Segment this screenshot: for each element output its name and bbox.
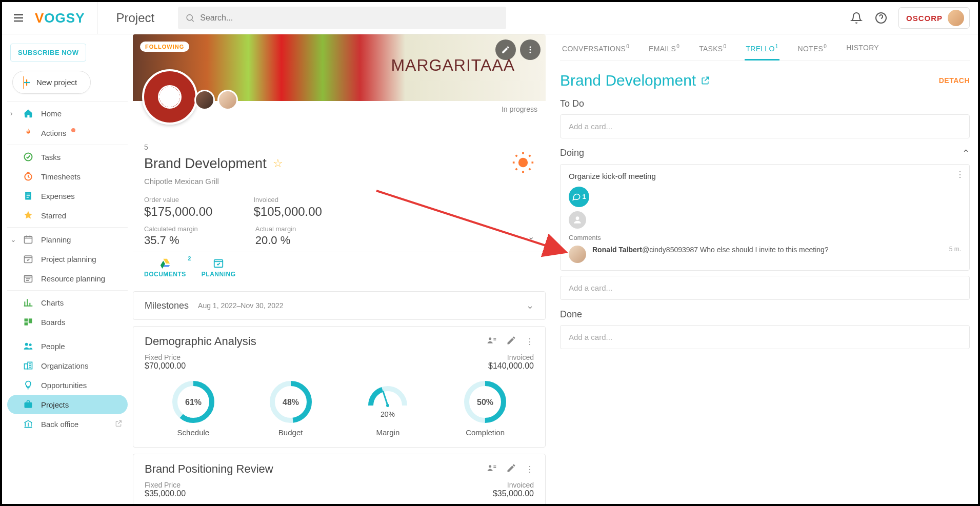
svg-point-37: [530, 49, 531, 51]
assign-icon[interactable]: [487, 335, 497, 348]
tab-trello[interactable]: TRELLO1: [745, 38, 779, 60]
nav-timesheets[interactable]: Timesheets: [7, 167, 128, 186]
comment-time: 5 m.: [949, 246, 961, 253]
search-input[interactable]: [200, 13, 499, 23]
comment-author: Ronald Talbert: [592, 246, 642, 254]
bulb-icon: [23, 379, 34, 391]
project-title: Brand Development: [144, 156, 267, 172]
nav-actions[interactable]: Actions: [7, 123, 128, 143]
new-project-button[interactable]: │ New project: [12, 71, 91, 94]
calc-margin: 35.7 %: [144, 234, 198, 247]
svg-line-46: [516, 169, 517, 170]
team-avatar-2[interactable]: [217, 90, 238, 110]
trello-board-title[interactable]: Brand Development: [560, 72, 710, 89]
user-avatar: [948, 10, 964, 26]
clock-icon: [23, 171, 34, 182]
following-badge: FOLLOWING: [140, 42, 189, 52]
svg-text:50%: 50%: [477, 398, 493, 407]
project-hero: FOLLOWING MARGARITAAA: [133, 34, 546, 101]
tab-history[interactable]: HISTORY: [845, 38, 880, 60]
nav-organizations[interactable]: Organizations: [7, 356, 128, 375]
page-title: Project: [116, 11, 154, 25]
svg-point-36: [530, 46, 531, 48]
svg-point-39: [518, 158, 528, 167]
add-card-done[interactable]: Add a card...: [560, 325, 970, 349]
home-icon: [23, 108, 34, 119]
star-icon: [23, 210, 34, 221]
nav-opportunities[interactable]: Opportunities: [7, 375, 128, 395]
trello-card-title: Organize kick-off meeting: [569, 172, 961, 180]
calendar-check-icon: [23, 253, 34, 265]
list-doing-label: Doing⌃: [560, 148, 970, 159]
more-vertical-icon[interactable]: ⋮: [526, 464, 534, 474]
svg-text:48%: 48%: [283, 398, 299, 407]
check-circle-icon: [23, 151, 34, 163]
org-chip[interactable]: OSCORP: [898, 7, 970, 29]
expand-kpis-icon[interactable]: ⌄: [144, 232, 534, 241]
external-link-icon: [114, 419, 123, 429]
right-tabs: CONVERSATIONS0 EMAILS0 TASKS0 TRELLO1 NO…: [560, 34, 970, 60]
nav-expenses[interactable]: Expenses: [7, 186, 128, 206]
svg-rect-19: [25, 256, 32, 262]
open-external-icon[interactable]: [700, 75, 710, 86]
nav-tasks[interactable]: Tasks: [7, 147, 128, 167]
add-card-doing[interactable]: Add a card...: [560, 276, 970, 300]
subscribe-button[interactable]: SUBSCRIBE NOW: [10, 44, 86, 62]
nav-planning[interactable]: ⌄Planning: [7, 230, 128, 249]
actions-badge-dot: [71, 128, 75, 132]
tab-conversations[interactable]: CONVERSATIONS0: [561, 38, 630, 60]
trello-card[interactable]: ⋮ Organize kick-off meeting 1 Comments R…: [560, 164, 970, 271]
notifications-icon[interactable]: [849, 11, 864, 25]
tab-planning[interactable]: PLANNING: [202, 257, 236, 278]
tab-documents[interactable]: 2 DOCUMENTS: [144, 257, 186, 278]
help-icon[interactable]: [874, 11, 888, 25]
detach-button[interactable]: DETACH: [939, 76, 970, 85]
nav-starred[interactable]: Starred: [7, 206, 128, 225]
nav-resource-planning[interactable]: Resource planning: [7, 269, 128, 288]
nav-boards[interactable]: Boards: [7, 312, 128, 332]
chevron-down-icon[interactable]: ⌄: [526, 300, 534, 311]
assign-icon[interactable]: [487, 463, 497, 475]
nav-people[interactable]: People: [7, 336, 128, 356]
drive-icon: [158, 257, 172, 269]
comments-badge-icon[interactable]: 1: [569, 187, 589, 207]
svg-point-60: [386, 404, 389, 407]
add-card-todo[interactable]: Add a card...: [560, 114, 970, 138]
svg-point-29: [29, 343, 32, 346]
fire-icon: [23, 127, 34, 138]
edit-project-button[interactable]: [495, 39, 516, 60]
nav-back-office[interactable]: Back office: [7, 414, 128, 434]
gauge-margin: 20%Margin: [354, 380, 421, 437]
comments-label: Comments: [569, 234, 961, 241]
nav-project-planning[interactable]: Project planning: [7, 249, 128, 269]
chevron-up-icon[interactable]: ⌃: [962, 148, 970, 159]
svg-rect-48: [214, 260, 223, 268]
card-member-avatar[interactable]: [569, 211, 586, 229]
calendar-lines-icon: [23, 273, 34, 284]
svg-rect-27: [25, 322, 28, 326]
menu-hamburger-icon[interactable]: [10, 10, 27, 26]
star-toggle-icon[interactable]: ☆: [273, 157, 283, 170]
analysis-title: Brand Positioning Review: [145, 462, 273, 476]
project-more-button[interactable]: [520, 39, 541, 60]
more-vertical-icon[interactable]: ⋮: [526, 337, 534, 347]
nav-charts[interactable]: Charts: [7, 293, 128, 312]
nav-projects[interactable]: Projects: [7, 395, 128, 414]
search-box[interactable]: [178, 7, 506, 29]
edit-icon[interactable]: [506, 463, 516, 475]
milestones-row[interactable]: Milestones Aug 1, 2022–Nov 30, 2022 ⌄: [133, 291, 546, 320]
tab-tasks-right[interactable]: TASKS0: [698, 38, 727, 60]
svg-line-47: [529, 155, 531, 157]
tab-notes[interactable]: NOTES0: [797, 38, 828, 60]
team-avatar-1[interactable]: [194, 90, 215, 110]
top-bar: VOGSY Project OSCORP: [2, 2, 978, 34]
weather-sun-icon: [512, 151, 534, 176]
card-more-icon[interactable]: ⋮: [956, 170, 964, 179]
svg-line-4: [192, 20, 193, 22]
fixed-price: $70,000.00: [145, 361, 186, 371]
nav-home[interactable]: ›Home: [7, 104, 128, 123]
svg-rect-14: [27, 197, 29, 198]
edit-icon[interactable]: [506, 335, 516, 348]
app-logo[interactable]: VOGSY: [35, 2, 97, 34]
tab-emails[interactable]: EMAILS0: [648, 38, 681, 60]
